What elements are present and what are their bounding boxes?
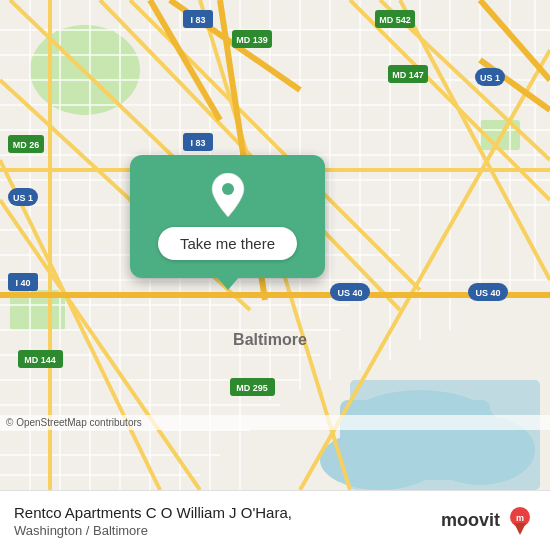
moovit-logo: moovit m bbox=[441, 505, 536, 537]
svg-text:MD 26: MD 26 bbox=[13, 140, 40, 150]
svg-text:US 40: US 40 bbox=[475, 288, 500, 298]
tooltip-bubble: Take me there bbox=[130, 155, 325, 278]
svg-text:US 40: US 40 bbox=[337, 288, 362, 298]
location-name: Rentco Apartments C O William J O'Hara, bbox=[14, 504, 292, 521]
svg-rect-2 bbox=[55, 30, 115, 85]
svg-text:I 83: I 83 bbox=[190, 15, 205, 25]
attribution-text: © OpenStreetMap contributors bbox=[6, 417, 142, 428]
svg-text:I 83: I 83 bbox=[190, 138, 205, 148]
svg-text:MD 295: MD 295 bbox=[236, 383, 268, 393]
svg-text:MD 144: MD 144 bbox=[24, 355, 56, 365]
svg-text:Baltimore: Baltimore bbox=[233, 331, 307, 348]
moovit-brand-text: moovit bbox=[441, 510, 500, 531]
bottom-bar: Rentco Apartments C O William J O'Hara, … bbox=[0, 490, 550, 550]
map-attribution: © OpenStreetMap contributors bbox=[0, 415, 550, 430]
moovit-logo-icon: m bbox=[504, 505, 536, 537]
location-pin-icon bbox=[210, 173, 246, 217]
svg-text:I 40: I 40 bbox=[15, 278, 30, 288]
svg-rect-9 bbox=[350, 380, 540, 490]
location-info: Rentco Apartments C O William J O'Hara, … bbox=[14, 504, 292, 538]
svg-marker-96 bbox=[514, 523, 526, 535]
svg-text:US 1: US 1 bbox=[13, 193, 33, 203]
svg-point-94 bbox=[222, 183, 234, 195]
map-tooltip: Take me there bbox=[130, 155, 325, 278]
svg-text:MD 139: MD 139 bbox=[236, 35, 268, 45]
svg-text:MD 542: MD 542 bbox=[379, 15, 411, 25]
map-container[interactable]: I 83 MD 542 MD 139 MD 147 US 1 MD 26 I 8… bbox=[0, 0, 550, 490]
svg-text:MD 147: MD 147 bbox=[392, 70, 424, 80]
svg-text:m: m bbox=[516, 513, 524, 523]
take-me-there-button[interactable]: Take me there bbox=[158, 227, 297, 260]
location-region: Washington / Baltimore bbox=[14, 523, 292, 538]
svg-text:US 1: US 1 bbox=[480, 73, 500, 83]
